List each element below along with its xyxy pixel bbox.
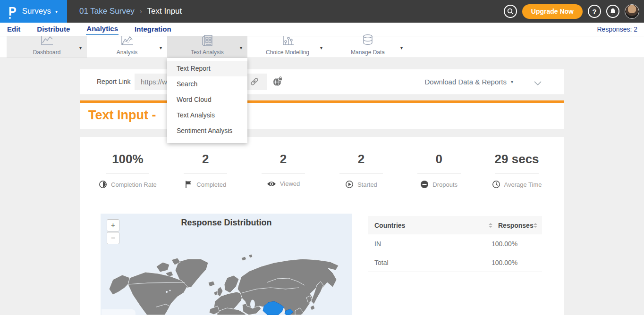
product-switcher[interactable]: P Surveys ▾ (0, 0, 67, 23)
flag-icon (185, 180, 193, 189)
countries-table-header: Countries Responses (368, 216, 542, 234)
breadcrumb: 01 Take Survey › Text Input (79, 0, 182, 23)
breadcrumb-current-page: Text Input (147, 7, 182, 16)
countries-column-header[interactable]: Countries (374, 222, 489, 229)
eye-icon (267, 181, 276, 187)
stats-row: 100% Completion Rate 2 Completed 2 (89, 152, 556, 189)
subnav-distribute[interactable]: Distribute (36, 24, 70, 34)
world-map (101, 214, 352, 315)
caret-down-icon: ▾ (160, 45, 162, 50)
database-icon (362, 34, 374, 49)
map-zoom-in-button[interactable]: + (107, 219, 119, 232)
responses-column-header[interactable]: Responses (498, 222, 534, 229)
upgrade-now-button[interactable]: Upgrade Now (522, 4, 583, 19)
subnav-integration[interactable]: Integration (134, 24, 172, 34)
caret-down-icon: ▾ (400, 45, 403, 50)
tab-choice-modelling[interactable]: Choice Modelling ▾ (247, 36, 328, 58)
subnav-edit[interactable]: Edit (7, 24, 21, 34)
stat-started: 2 Started (322, 152, 400, 189)
response-distribution-map[interactable]: Response Distribution + − (101, 214, 352, 315)
breadcrumb-separator: › (140, 8, 142, 15)
page-title: Text Input - (88, 108, 156, 123)
question-title-card: Text Input - (80, 103, 564, 129)
question-mark-icon: ? (592, 8, 596, 16)
help-button[interactable]: ? (588, 5, 601, 18)
minus-circle-icon (420, 180, 429, 189)
stat-average-time: 29 secs Average Time (478, 152, 556, 189)
tab-manage-data[interactable]: Manage Data ▾ (328, 36, 408, 58)
table-row: IN 100.00% (368, 234, 542, 253)
stat-viewed: 2 Viewed (245, 152, 322, 189)
line-chart-icon (40, 35, 54, 49)
sort-icon[interactable] (534, 223, 537, 228)
top-bar: P Surveys ▾ 01 Take Survey › Text Input … (0, 0, 644, 23)
tab-analysis[interactable]: Analysis ▾ (87, 36, 167, 58)
report-link-bar: Report Link Download Data & Reports ▾ (80, 69, 564, 94)
menu-item-sentiment-analysis[interactable]: Sentiment Analysis (167, 123, 247, 139)
app-screen: P Surveys ▾ 01 Take Survey › Text Input … (0, 0, 644, 315)
scatter-chart-icon (280, 35, 295, 49)
caret-down-icon: ▾ (55, 9, 58, 14)
search-icon (507, 8, 514, 15)
product-name: Surveys (22, 7, 51, 16)
sort-icon[interactable] (489, 223, 492, 228)
stat-dropouts: 0 Dropouts (400, 152, 478, 189)
play-circle-icon (345, 180, 354, 189)
breadcrumb-survey-link[interactable]: 01 Take Survey (79, 7, 135, 16)
bell-icon (610, 8, 616, 15)
table-row-total: Total 100.00% (368, 253, 542, 272)
dashboard-card: 100% Completion Rate 2 Completed 2 (80, 137, 564, 315)
notifications-button[interactable] (606, 5, 619, 18)
download-data-reports-menu[interactable]: Download Data & Reports ▾ (425, 69, 513, 94)
map-title: Response Distribution (101, 218, 352, 228)
caret-down-icon: ▾ (320, 45, 322, 50)
completion-rate-icon (99, 180, 107, 189)
search-button[interactable] (504, 5, 517, 18)
globe-lock-icon[interactable] (272, 76, 283, 87)
caret-down-icon: ▾ (79, 45, 82, 50)
text-analysis-dropdown: Text Report Search Word Cloud Text Analy… (167, 58, 247, 143)
stat-completion-rate: 100% Completion Rate (89, 152, 167, 189)
subnav-analytics[interactable]: Analytics (86, 24, 119, 35)
map-zoom-out-button[interactable]: − (107, 232, 119, 244)
stat-completed: 2 Completed (167, 152, 245, 189)
caret-down-icon: ▾ (240, 45, 242, 50)
analytics-toolbar: Dashboard ▾ Analysis ▾ Text Analysis ▾ C… (0, 36, 644, 58)
survey-subnav: Edit Distribute Analytics Integration Re… (0, 23, 644, 36)
user-avatar[interactable] (625, 4, 639, 19)
text-report-icon (201, 34, 213, 49)
questionpro-logo-icon: P (8, 6, 17, 17)
menu-item-search[interactable]: Search (167, 76, 247, 92)
menu-item-text-report[interactable]: Text Report (167, 61, 247, 76)
tab-text-analysis[interactable]: Text Analysis ▾ (167, 36, 247, 58)
report-link-label: Report Link (97, 69, 131, 94)
topbar-actions: Upgrade Now ? (504, 0, 639, 23)
tab-dashboard[interactable]: Dashboard ▾ (7, 36, 87, 58)
clock-icon (492, 180, 500, 189)
area-chart-icon (120, 35, 134, 49)
copy-link-icon[interactable] (249, 77, 260, 86)
menu-item-word-cloud[interactable]: Word Cloud (167, 92, 247, 108)
responses-count: Responses: 2 (597, 25, 637, 33)
collapse-chevron-icon[interactable] (534, 79, 542, 87)
countries-table: Countries Responses IN 100.00% Total 100… (368, 216, 542, 272)
menu-item-text-analysis[interactable]: Text Analysis (167, 108, 247, 123)
map-attribution (102, 309, 136, 315)
caret-down-icon: ▾ (511, 79, 513, 84)
